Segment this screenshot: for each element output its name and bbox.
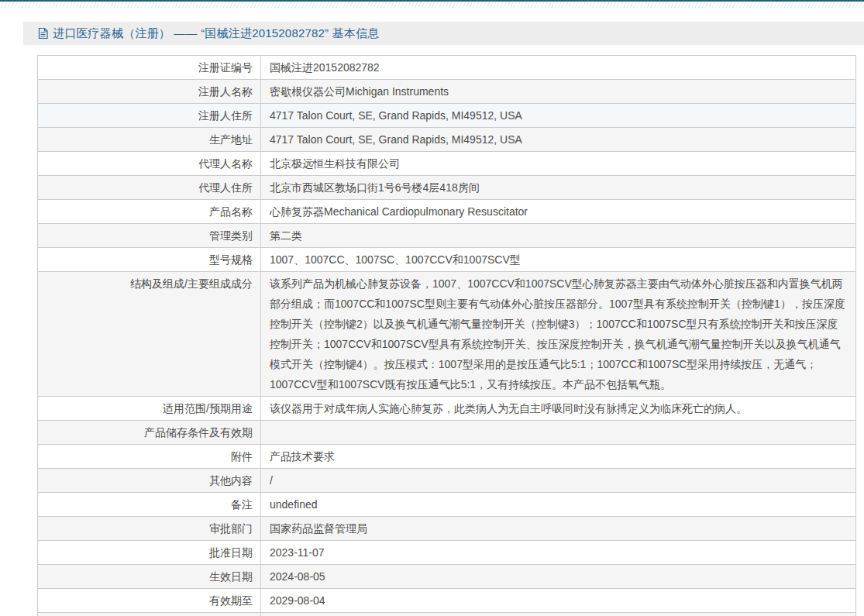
- table-row[interactable]: 代理人名称北京极远恒生科技有限公司: [38, 152, 855, 176]
- table-row[interactable]: 产品储存条件及有效期: [38, 421, 855, 445]
- table-row[interactable]: 注册证编号国械注进20152082782: [38, 56, 855, 80]
- row-value: 1007、1007CC、1007SC、1007CCV和1007SCV型: [261, 248, 855, 271]
- info-table: 注册证编号国械注进20152082782注册人名称密歇根仪器公司Michigan…: [37, 55, 856, 616]
- row-value: 4717 Talon Court, SE, Grand Rapids, MI49…: [261, 104, 855, 127]
- row-label: [38, 613, 261, 616]
- row-label: 代理人名称: [38, 152, 261, 175]
- row-label: 结构及组成/主要组成成分: [38, 272, 261, 396]
- row-value: 2019-11-15 “代理人住所：北京市朝阳区马甸裕民路12号B座（住宅）楼1…: [261, 613, 855, 616]
- row-label: 有效期至: [38, 589, 261, 612]
- row-value: 密歇根仪器公司Michigan Instruments: [261, 80, 855, 103]
- page-header: 进口医疗器械（注册） —— “国械注进20152082782” 基本信息: [23, 22, 864, 45]
- row-value: 2029-08-04: [261, 589, 855, 612]
- table-row[interactable]: 有效期至2029-08-04: [38, 589, 855, 613]
- row-label: 生效日期: [38, 565, 261, 588]
- row-label: 生产地址: [38, 128, 261, 151]
- row-label: 代理人住所: [38, 176, 261, 199]
- row-value: 国械注进20152082782: [261, 56, 855, 79]
- row-label: 注册人住所: [38, 104, 261, 127]
- row-label: 批准日期: [38, 541, 261, 564]
- row-label: 产品储存条件及有效期: [38, 421, 261, 444]
- table-row[interactable]: 产品名称心肺复苏器Mechanical Cardiopulmonary Resu…: [38, 200, 855, 224]
- page-title: 进口医疗器械（注册） —— “国械注进20152082782” 基本信息: [53, 26, 379, 41]
- row-value: 产品技术要求: [261, 445, 855, 468]
- table-row[interactable]: 型号规格1007、1007CC、1007SC、1007CCV和1007SCV型: [38, 248, 855, 272]
- row-value: 第二类: [261, 224, 855, 247]
- row-value: 国家药品监督管理局: [261, 517, 855, 540]
- table-row[interactable]: 2019-11-15 “代理人住所：北京市朝阳区马甸裕民路12号B座（住宅）楼1…: [38, 613, 855, 616]
- table-row[interactable]: 管理类别第二类: [38, 224, 855, 248]
- row-label: 适用范围/预期用途: [38, 397, 261, 420]
- row-value: 4717 Talon Court, SE, Grand Rapids, MI49…: [261, 128, 855, 151]
- table-row[interactable]: 注册人名称密歇根仪器公司Michigan Instruments: [38, 80, 855, 104]
- table-row[interactable]: 生产地址4717 Talon Court, SE, Grand Rapids, …: [38, 128, 855, 152]
- row-label: 注册人名称: [38, 80, 261, 103]
- row-value: 2023-11-07: [261, 541, 855, 564]
- row-value: 北京市西城区教场口街1号6号楼4层418房间: [261, 176, 855, 199]
- table-row[interactable]: 附件产品技术要求: [38, 445, 855, 469]
- table-row[interactable]: 其他内容/: [38, 469, 855, 493]
- decorative-stripes: [0, 2, 864, 8]
- row-label: 审批部门: [38, 517, 261, 540]
- table-row[interactable]: 备注undefined: [38, 493, 855, 517]
- document-icon: [37, 27, 49, 40]
- row-label: 备注: [38, 493, 261, 516]
- row-label: 型号规格: [38, 248, 261, 271]
- row-label: 注册证编号: [38, 56, 261, 79]
- row-value: 该仪器用于对成年病人实施心肺复苏，此类病人为无自主呼吸同时没有脉搏定义为临床死亡…: [261, 397, 855, 420]
- row-label: 产品名称: [38, 200, 261, 223]
- row-value: 2024-08-05: [261, 565, 855, 588]
- row-value: [261, 421, 855, 444]
- row-value: 北京极远恒生科技有限公司: [261, 152, 855, 175]
- table-row[interactable]: 批准日期2023-11-07: [38, 541, 855, 565]
- table-row[interactable]: 审批部门国家药品监督管理局: [38, 517, 855, 541]
- table-row[interactable]: 代理人住所北京市西城区教场口街1号6号楼4层418房间: [38, 176, 855, 200]
- row-label: 管理类别: [38, 224, 261, 247]
- table-row[interactable]: 生效日期2024-08-05: [38, 565, 855, 589]
- table-row[interactable]: 适用范围/预期用途该仪器用于对成年病人实施心肺复苏，此类病人为无自主呼吸同时没有…: [38, 397, 855, 421]
- row-value: 心肺复苏器Mechanical Cardiopulmonary Resuscit…: [261, 200, 855, 223]
- row-value: /: [261, 469, 855, 492]
- row-label: 其他内容: [38, 469, 261, 492]
- table-row[interactable]: 结构及组成/主要组成成分该系列产品为机械心肺复苏设备，1007、1007CCV和…: [38, 272, 855, 397]
- table-row[interactable]: 注册人住所4717 Talon Court, SE, Grand Rapids,…: [38, 104, 855, 128]
- row-label: 附件: [38, 445, 261, 468]
- row-value: undefined: [261, 493, 855, 516]
- row-value: 该系列产品为机械心肺复苏设备，1007、1007CCV和1007SCV型心肺复苏…: [261, 272, 855, 396]
